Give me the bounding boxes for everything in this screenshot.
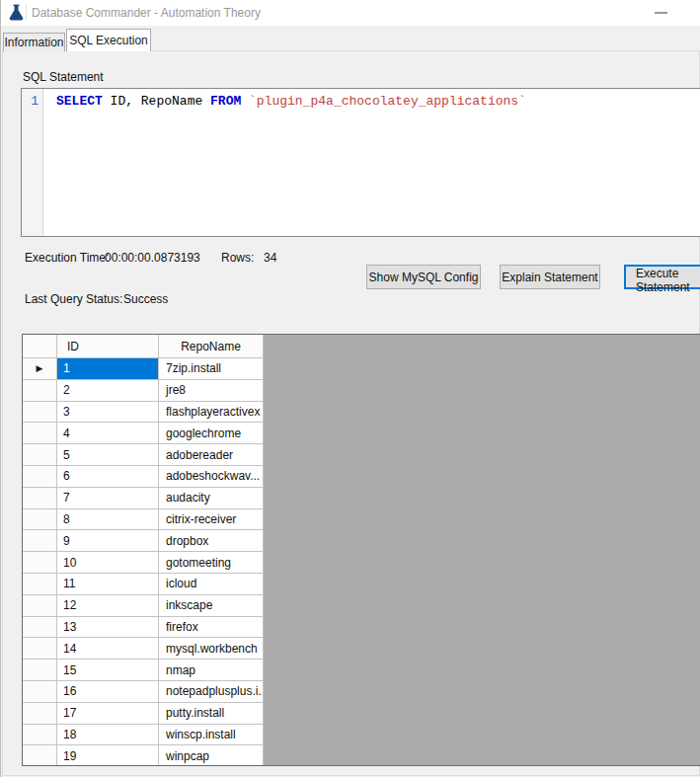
tab-information[interactable]: Information [3,33,65,51]
cell-id[interactable]: 12 [57,595,159,617]
table-row[interactable]: 19winpcap [23,745,700,766]
row-header-cell[interactable] [23,595,57,617]
current-row-arrow-icon: ▶ [37,364,43,373]
cell-reponame[interactable]: audacity [159,488,264,509]
table-row[interactable]: 11icloud [23,574,700,595]
cell-id[interactable]: 9 [57,530,159,552]
cell-reponame[interactable]: notepadplusplus.i... [159,681,264,703]
row-header-cell[interactable] [23,488,57,509]
cell-reponame[interactable]: gotomeeting [159,552,264,574]
row-header-cell[interactable] [23,574,57,595]
cell-id[interactable]: 5 [57,444,159,466]
cell-reponame[interactable]: googlechrome [159,423,264,444]
table-row[interactable]: 9dropbox [23,530,700,552]
row-header-cell[interactable] [23,380,57,402]
grid-corner-cell [23,335,57,358]
title-separator [26,4,27,21]
row-header-cell[interactable] [23,552,57,574]
results-grid[interactable]: ID RepoName ▶17zip.install2jre83flashpla… [22,334,700,766]
sql-token-plain [241,94,249,109]
table-row[interactable]: 13firefox [23,617,700,639]
row-header-cell[interactable] [23,509,57,531]
column-header-id[interactable]: ID [57,335,159,358]
cell-id[interactable]: 13 [57,617,159,639]
tab-sql-execution[interactable]: SQL Execution [66,29,151,51]
table-row[interactable]: 8citrix-receiver [23,509,700,531]
cell-reponame[interactable]: dropbox [159,530,264,552]
row-header-cell[interactable] [23,745,57,766]
table-row[interactable]: 4googlechrome [23,423,700,444]
cell-reponame[interactable]: winscp.install [159,725,264,746]
row-header-cell[interactable] [23,444,57,466]
row-header-cell[interactable] [23,402,57,424]
rows-value: 34 [264,251,276,265]
table-row[interactable]: 3flashplayeractivex [23,402,700,424]
last-query-status-label: Last Query Status: [25,292,122,306]
editor-line-number: 1 [22,89,43,236]
minimize-icon[interactable] [655,12,667,14]
column-header-reponame[interactable]: RepoName [159,335,264,358]
sql-token-string: `plugin_p4a_chocolatey_applications` [249,94,526,109]
table-row[interactable]: 15nmap [23,660,700,681]
row-header-cell[interactable] [23,466,57,488]
sql-editor[interactable]: 1 SELECT ID, RepoName FROM `plugin_p4a_c… [21,88,700,237]
table-row[interactable]: 12inkscape [23,595,700,617]
cell-id[interactable]: 11 [57,574,159,595]
table-row[interactable]: 7audacity [23,488,700,509]
window-title: Database Commander - Automation Theory [32,6,261,20]
cell-reponame[interactable]: putty.install [159,703,264,725]
cell-id[interactable]: 10 [57,552,159,574]
cell-reponame[interactable]: winpcap [159,745,264,766]
cell-id[interactable]: 8 [57,509,159,531]
cell-id[interactable]: 14 [57,638,159,660]
table-row[interactable]: 17putty.install [23,703,700,725]
table-row[interactable]: 10gotomeeting [23,552,700,574]
table-row[interactable]: 6adobeshockwav... [23,466,700,488]
execute-statement-button[interactable]: Execute Statement [624,265,700,289]
row-header-cell[interactable] [23,530,57,552]
cell-id[interactable]: 1 [57,358,159,380]
table-row[interactable]: 2jre8 [23,380,700,402]
show-mysql-config-button[interactable]: Show MySQL Config [366,265,481,289]
cell-id[interactable]: 15 [57,660,159,681]
cell-reponame[interactable]: icloud [159,574,264,595]
cell-id[interactable]: 16 [57,681,159,703]
cell-reponame[interactable]: flashplayeractivex [159,402,264,424]
cell-id[interactable]: 7 [57,488,159,509]
cell-id[interactable]: 4 [57,423,159,444]
cell-id[interactable]: 19 [57,745,159,766]
row-header-cell[interactable] [23,703,57,725]
cell-id[interactable]: 18 [57,725,159,746]
table-row[interactable]: 14mysql.workbench [23,638,700,660]
table-row[interactable]: ▶17zip.install [23,358,700,380]
cell-reponame[interactable]: inkscape [159,595,264,617]
table-row[interactable]: 5adobereader [23,444,700,466]
cell-reponame[interactable]: mysql.workbench [159,638,264,660]
title-bar: Database Commander - Automation Theory [1,0,700,26]
cell-reponame[interactable]: adobereader [159,444,264,466]
row-header-cell[interactable] [23,681,57,703]
row-header-cell[interactable] [23,617,57,639]
cell-reponame[interactable]: citrix-receiver [159,509,264,531]
cell-id[interactable]: 17 [57,703,159,725]
sql-code-line[interactable]: SELECT ID, RepoName FROM `plugin_p4a_cho… [43,89,700,236]
cell-reponame[interactable]: 7zip.install [159,358,264,380]
table-row[interactable]: 18winscp.install [23,725,700,746]
cell-reponame[interactable]: firefox [159,617,264,639]
table-row[interactable]: 16notepadplusplus.i... [23,681,700,703]
cell-reponame[interactable]: jre8 [159,380,264,402]
row-header-cell[interactable] [23,725,57,746]
cell-id[interactable]: 3 [57,402,159,424]
row-header-cell[interactable] [23,638,57,660]
cell-id[interactable]: 2 [57,380,159,402]
explain-statement-button[interactable]: Explain Statement [500,265,600,289]
row-header-cell[interactable] [23,423,57,444]
last-query-status-value: Success [123,292,168,306]
row-header-cell[interactable]: ▶ [23,358,57,380]
sql-statement-label: SQL Statement [23,70,104,84]
cell-reponame[interactable]: nmap [159,660,264,681]
cell-id[interactable]: 6 [57,466,159,488]
cell-reponame[interactable]: adobeshockwav... [159,466,264,488]
sql-token-plain: ID, RepoName [103,94,210,109]
row-header-cell[interactable] [23,660,57,681]
